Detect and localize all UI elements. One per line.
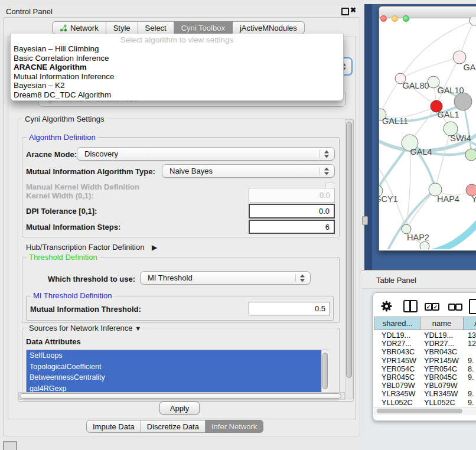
tab-style[interactable]: Style: [106, 21, 138, 34]
sources-title: Sources for Network Inference: [29, 324, 133, 332]
column-header-name[interactable]: name: [420, 317, 464, 330]
panel-divider-handle[interactable]: [362, 216, 368, 225]
which-threshold-label: Which threshold to use:: [48, 275, 135, 283]
cell-shared: YPR145W: [382, 357, 416, 365]
cell-shared: YLR345W: [382, 390, 415, 398]
dpi-tolerance-field[interactable]: 0.0: [249, 204, 335, 219]
columns-icon[interactable]: [403, 300, 418, 312]
attribute-item-topologicalcoefficient[interactable]: TopologicalCoefficient: [27, 361, 321, 373]
network-edge: [406, 190, 435, 229]
cell-name: YDL19...: [424, 331, 453, 340]
table-panel-header: Table Panel: [361, 270, 476, 289]
table-row[interactable]: YBR045CYBR045C9.: [374, 373, 476, 381]
network-edge: [435, 129, 451, 190]
network-node[interactable]: [470, 17, 476, 25]
cell-shared: YBR045C: [382, 373, 415, 381]
settings-hscrollbar-thumb[interactable]: [19, 393, 341, 399]
top-divider: [0, 2, 361, 2]
tab-select[interactable]: Select: [138, 21, 174, 34]
column-header-next[interactable]: A: [464, 317, 476, 330]
table-row[interactable]: YLL052CYLL052C9.: [374, 399, 476, 407]
tab-label: Cyni Toolbox: [181, 24, 225, 32]
algorithm-option-basic-correlation-inference[interactable]: Basic Correlation Inference: [11, 54, 343, 63]
export-table-icon[interactable]: [469, 299, 476, 314]
mi-steps-label: Mutual Information Steps:: [26, 223, 120, 231]
select-all-icon-2[interactable]: ✓: [432, 303, 439, 311]
manual-kernel-label: Manual Kernel Width Definition: [26, 182, 139, 191]
table-row[interactable]: YDR27...YDR27...12: [374, 340, 476, 348]
mi-type-label: Mutual Information Algorithm Type:: [26, 167, 155, 176]
aracne-mode-combo[interactable]: Discovery: [77, 147, 335, 161]
bottom-tab-discretize-data[interactable]: Discretize Data: [141, 420, 206, 433]
deselect-all-icon[interactable]: [448, 304, 455, 311]
algorithm-option-dream8-dc-tdc-algorithm[interactable]: Dream8 DC_TDC Algorithm: [11, 90, 343, 100]
hub-section-label: Hub/Transcription Factor Definition: [26, 243, 144, 252]
kernel-width-field: 0.0: [249, 188, 335, 203]
cell-value: 13: [468, 331, 476, 340]
table-hscrollbar-thumb[interactable]: [377, 409, 462, 413]
settings-vscrollbar-thumb[interactable]: [346, 122, 352, 378]
network-icon: [60, 24, 67, 32]
network-node[interactable]: [465, 149, 476, 161]
bottom-tab-impute-data[interactable]: Impute Data: [86, 420, 141, 433]
bottom-tabs: Impute DataDiscretize DataInfer Network: [86, 420, 263, 433]
attribute-item-betweennesscentrality[interactable]: BetweennessCentrality: [27, 372, 321, 383]
table-row[interactable]: YPR145WYPR145W9.: [374, 357, 476, 365]
table-row[interactable]: YLR345WYLR345W9.: [374, 390, 476, 398]
tab-label: Network: [70, 24, 99, 32]
algorithm-option-mutual-information-inference[interactable]: Mutual Information Inference: [11, 72, 343, 81]
table-panel-title: Table Panel: [376, 276, 416, 285]
bottom-tab-infer-network[interactable]: Infer Network: [206, 420, 263, 433]
algorithm-dropdown: Select algorithm to view settings Bayesi…: [10, 34, 344, 101]
table-row[interactable]: YER054CYER054C8.: [374, 365, 476, 373]
network-node[interactable]: [420, 242, 429, 249]
network-node-label: GAL11: [382, 116, 408, 126]
cell-value: 12: [468, 340, 476, 348]
tab-cyni-toolbox[interactable]: Cyni Toolbox: [174, 21, 233, 34]
cell-name: YBR043C: [424, 348, 457, 356]
cell-value: 9.: [468, 357, 474, 365]
kernel-width-label: Kernel Width (0,1):: [26, 191, 94, 200]
hub-section-toggle[interactable]: Hub/Transcription Factor Definition ▶: [26, 243, 157, 252]
network-graph[interactable]: GALGAL80GAL10GAL1GAL11SWI4GAL4GCY1HAP4YH…: [379, 17, 476, 249]
combo-stepper-icon: [300, 274, 305, 282]
control-panel-tabs: NetworkStyleSelectCyni ToolboxjActiveMNo…: [52, 21, 305, 34]
network-node[interactable]: [453, 51, 466, 64]
table-row[interactable]: YDL19...YDL19...13: [374, 331, 476, 340]
minimized-panel-icon[interactable]: [3, 441, 17, 450]
tab-network[interactable]: Network: [52, 21, 106, 34]
cell-name: YER054C: [424, 365, 457, 373]
network-node[interactable]: [454, 93, 472, 110]
apply-button[interactable]: Apply: [159, 402, 200, 415]
attribute-item-selfloops[interactable]: SelfLoops: [27, 350, 321, 361]
gear-icon[interactable]: [381, 301, 392, 312]
data-attributes-list[interactable]: SelfLoopsTopologicalCoefficientBetweenne…: [26, 350, 329, 393]
network-node-label: HAP2: [407, 233, 429, 242]
network-node-label: SWI4: [450, 133, 471, 143]
cell-name: YPR145W: [424, 357, 459, 365]
table-row[interactable]: YBR043CYBR043C: [374, 348, 476, 356]
tab-jactivemnodules[interactable]: jActiveMNodules: [233, 21, 305, 34]
cell-value: 9.: [468, 399, 474, 407]
algorithm-option-bayesian-k2[interactable]: Bayesian – K2: [11, 81, 343, 90]
column-header-shared[interactable]: shared...: [374, 317, 420, 330]
deselect-all-icon-2[interactable]: [455, 304, 462, 311]
mi-type-combo[interactable]: Naive Bayes: [162, 164, 335, 178]
aracne-mode-value: Discovery: [84, 149, 118, 158]
mi-steps-field[interactable]: 6: [249, 220, 335, 234]
table-rows: YDL19...YDL19...13YDR27...YDR27...12YBR0…: [374, 331, 476, 407]
cell-shared: YDR27...: [382, 340, 412, 348]
threshold-definition-title: Threshold Definition: [27, 253, 100, 262]
sources-toggle[interactable]: Sources for Network Inference ▼: [27, 324, 144, 332]
mi-threshold-field[interactable]: 0.5: [249, 302, 330, 315]
attributes-scrollbar-thumb[interactable]: [322, 353, 328, 389]
float-window-icon[interactable]: [341, 8, 349, 15]
algorithm-option-bayesian-hill-climbing[interactable]: Bayesian – Hill Climbing: [11, 44, 343, 54]
data-attributes-heading: Data Attributes: [26, 337, 81, 346]
table-row[interactable]: YBL079WYBL079W: [374, 381, 476, 390]
which-threshold-combo[interactable]: MI Threshold: [140, 271, 311, 285]
close-panel-icon[interactable]: ✖: [350, 6, 356, 14]
network-node-label: GAL80: [402, 81, 429, 90]
cell-shared: YLL052C: [382, 399, 413, 407]
algorithm-option-aracne-algorithm[interactable]: ARACNE Algorithm: [11, 63, 343, 72]
